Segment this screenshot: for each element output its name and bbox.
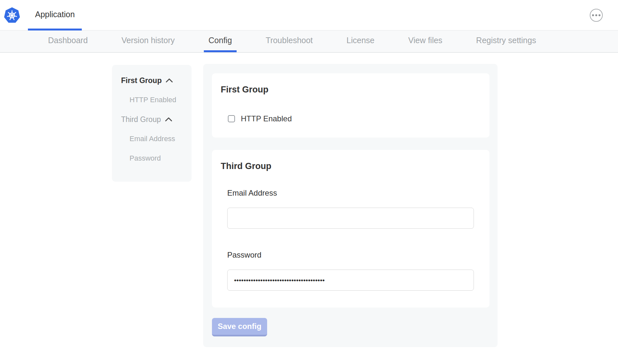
config-nav-group-first-group[interactable]: First Group: [112, 71, 192, 90]
http-enabled-label[interactable]: HTTP Enabled: [241, 114, 292, 123]
http-enabled-field: HTTP Enabled: [228, 114, 476, 123]
ellipsis-icon: [599, 14, 600, 16]
config-nav-sidebar: First Group HTTP Enabled Third Group Ema…: [112, 65, 192, 182]
save-config-button[interactable]: Save config: [212, 318, 267, 336]
tab-troubleshoot[interactable]: Troubleshoot: [261, 30, 317, 52]
ellipsis-icon: [595, 14, 597, 16]
ellipsis-menu-button[interactable]: [590, 9, 603, 22]
chevron-up-icon[interactable]: [165, 117, 172, 122]
config-nav-group-title: First Group: [121, 76, 162, 85]
tab-license[interactable]: License: [342, 30, 379, 52]
tab-config[interactable]: Config: [204, 30, 236, 52]
config-page: First Group HTTP Enabled Third Group Ema…: [0, 53, 618, 364]
tab-application[interactable]: Application: [28, 0, 82, 30]
password-input[interactable]: [227, 270, 474, 291]
config-group-card-third-group: Third Group Email Address Password: [212, 150, 489, 308]
config-nav-item-email-address[interactable]: Email Address: [112, 129, 192, 149]
password-label: Password: [227, 251, 476, 259]
config-nav-group-third-group[interactable]: Third Group: [112, 110, 192, 129]
tab-view-files[interactable]: View files: [404, 30, 447, 52]
email-address-field: Email Address: [227, 189, 476, 229]
http-enabled-checkbox[interactable]: [228, 115, 235, 122]
chevron-up-icon[interactable]: [166, 78, 173, 83]
config-nav-group-title: Third Group: [121, 115, 161, 124]
email-address-input[interactable]: [227, 208, 474, 229]
password-field: Password: [227, 251, 476, 291]
kubernetes-logo-icon: [4, 7, 20, 24]
group-title-first-group: First Group: [221, 85, 476, 94]
tab-dashboard[interactable]: Dashboard: [43, 30, 92, 52]
tab-registry-settings[interactable]: Registry settings: [472, 30, 541, 52]
group-title-third-group: Third Group: [221, 162, 476, 171]
tab-version-history[interactable]: Version history: [117, 30, 179, 52]
config-form-panel: First Group HTTP Enabled Third Group Ema…: [203, 64, 498, 347]
config-nav-item-http-enabled[interactable]: HTTP Enabled: [112, 90, 192, 110]
email-address-label: Email Address: [227, 189, 476, 197]
ellipsis-icon: [592, 14, 594, 16]
config-group-card-first-group: First Group HTTP Enabled: [212, 73, 489, 138]
app-subnav: Dashboard Version history Config Trouble…: [0, 30, 618, 53]
app-header: Application: [0, 0, 618, 30]
config-nav-item-password[interactable]: Password: [112, 149, 192, 168]
